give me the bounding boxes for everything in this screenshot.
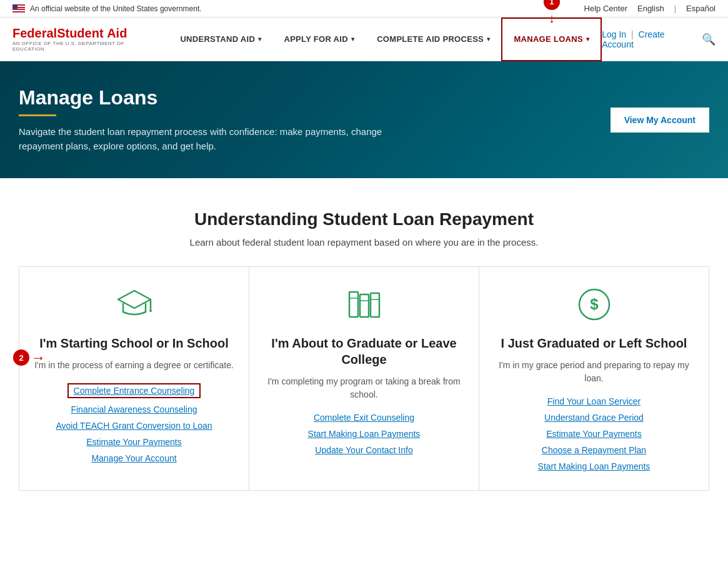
hero-section: Manage Loans Navigate the student loan r… [0, 61, 728, 178]
understand-grace-period-link[interactable]: Understand Grace Period [544, 413, 644, 423]
card-about-to-graduate: I'm About to Graduate or Leave College I… [249, 266, 479, 491]
svg-rect-5 [371, 293, 379, 317]
list-item: Update Your Contact Info [262, 445, 466, 455]
nav-right: Log In | Create Account 🔍 [602, 29, 716, 49]
nav-items: UNDERSTAND AID ▾ APPLY FOR AID ▾ COMPLET… [169, 18, 602, 61]
log-in-link[interactable]: Log In [602, 29, 626, 39]
help-center-link[interactable]: Help Center [584, 4, 627, 13]
svg-point-2 [149, 309, 152, 312]
list-item: Estimate Your Payments [32, 437, 236, 447]
books-icon [346, 286, 383, 323]
main-nav: FederalStudent Aid An Office of the U.S.… [0, 18, 728, 61]
gov-notice: An official website of the United States… [12, 4, 202, 13]
arrow-down-annotation: ↓ [549, 11, 555, 26]
section-heading: Understanding Student Loan Repayment [12, 209, 716, 229]
nav-understand-aid[interactable]: UNDERSTAND AID ▾ [169, 18, 272, 61]
start-making-loan-payments-link-3[interactable]: Start Making Loan Payments [538, 461, 651, 471]
svg-rect-3 [349, 292, 358, 317]
view-account-button[interactable]: View My Account [611, 108, 709, 133]
us-flag-icon [12, 4, 25, 13]
search-button[interactable]: 🔍 [702, 33, 716, 46]
complete-exit-counseling-link[interactable]: Complete Exit Counseling [314, 413, 414, 423]
nav-auth: Log In | Create Account [602, 29, 692, 49]
chevron-down-icon: ▾ [586, 36, 589, 43]
avoid-teach-grant-link[interactable]: Avoid TEACH Grant Conversion to Loan [56, 421, 212, 431]
find-loan-servicer-link[interactable]: Find Your Loan Servicer [547, 396, 641, 406]
dollar-circle-icon: $ [576, 286, 613, 323]
lang-espanol[interactable]: Español [686, 4, 716, 13]
card-3-links: Find Your Loan Servicer Understand Grace… [492, 396, 696, 471]
list-item: Choose a Repayment Plan [492, 445, 696, 455]
card-3-desc: I'm in my grace period and preparing to … [492, 359, 696, 385]
start-making-loan-payments-link-2[interactable]: Start Making Loan Payments [308, 429, 421, 439]
financial-awareness-counseling-link[interactable]: Financial Awareness Counseling [71, 404, 197, 414]
list-item: Complete Exit Counseling [262, 413, 466, 423]
complete-entrance-counseling-link[interactable]: Complete Entrance Counseling [67, 383, 201, 398]
hero-description: Navigate the student loan repayment proc… [19, 125, 394, 153]
card-3-title: I Just Graduated or Left School [492, 335, 696, 351]
top-bar: An official website of the United States… [0, 0, 728, 18]
list-item: Start Making Loan Payments [262, 429, 466, 439]
list-item: Estimate Your Payments [492, 429, 696, 439]
logo-sub: An Office of the U.S. Department of Educ… [12, 41, 150, 52]
card-just-graduated: $ I Just Graduated or Left School I'm in… [479, 266, 709, 491]
list-item: Avoid TEACH Grant Conversion to Loan [32, 421, 236, 431]
list-item: Understand Grace Period [492, 413, 696, 423]
cards-container: 2 → I'm Starting School or In School I'm… [12, 266, 716, 491]
card-starting-school: 2 → I'm Starting School or In School I'm… [19, 266, 249, 491]
card-1-links: Complete Entrance Counseling Financial A… [32, 383, 236, 463]
arrow-right-annotation: → [31, 349, 46, 366]
search-icon: 🔍 [702, 33, 716, 46]
top-bar-right: Help Center English | Español [584, 4, 716, 13]
svg-text:$: $ [590, 296, 599, 313]
estimate-payments-link-3[interactable]: Estimate Your Payments [546, 429, 642, 439]
logo[interactable]: FederalStudent Aid An Office of the U.S.… [12, 26, 150, 52]
list-item: Manage Your Account [32, 453, 236, 463]
chevron-down-icon: ▾ [351, 36, 354, 43]
svg-rect-4 [360, 294, 369, 317]
nav-apply-for-aid[interactable]: APPLY FOR AID ▾ [272, 18, 366, 61]
annotation-2-wrap: 2 → [13, 349, 46, 366]
logo-federal: FederalStudent Aid [12, 26, 127, 41]
nav-manage-loans-wrap: 1 ↓ MANAGE LOANS ▾ [501, 18, 602, 61]
nav-complete-aid-process[interactable]: COMPLETE AID PROCESS ▾ [366, 18, 501, 61]
hero-title-underline [19, 114, 56, 116]
list-item: Start Making Loan Payments [492, 461, 696, 471]
chevron-down-icon: ▾ [487, 36, 490, 43]
lang-english[interactable]: English [637, 4, 664, 13]
chevron-down-icon: ▾ [258, 36, 261, 43]
card-1-title: I'm Starting School or In School [32, 335, 236, 351]
update-contact-info-link[interactable]: Update Your Contact Info [315, 445, 412, 455]
choose-repayment-plan-link[interactable]: Choose a Repayment Plan [542, 445, 646, 455]
card-2-links: Complete Exit Counseling Start Making Lo… [262, 413, 466, 455]
list-item: Find Your Loan Servicer [492, 396, 696, 406]
card-2-desc: I'm completing my program or taking a br… [262, 375, 466, 401]
section-subheading: Learn about federal student loan repayme… [12, 237, 716, 248]
card-1-desc: I'm in the process of earning a degree o… [32, 359, 236, 372]
list-item: Financial Awareness Counseling [32, 404, 236, 414]
manage-account-link[interactable]: Manage Your Account [91, 453, 176, 463]
gov-text: An official website of the United States… [30, 4, 202, 13]
list-item: Complete Entrance Counseling [32, 383, 236, 398]
hero-title: Manage Loans [19, 86, 592, 109]
estimate-payments-link-1[interactable]: Estimate Your Payments [86, 437, 182, 447]
graduation-icon [116, 286, 153, 323]
understanding-section: Understanding Student Loan Repayment Lea… [0, 178, 728, 509]
card-2-title: I'm About to Graduate or Leave College [262, 335, 466, 368]
hero-content: Manage Loans Navigate the student loan r… [19, 86, 592, 153]
annotation-circle-2: 2 [13, 349, 29, 366]
